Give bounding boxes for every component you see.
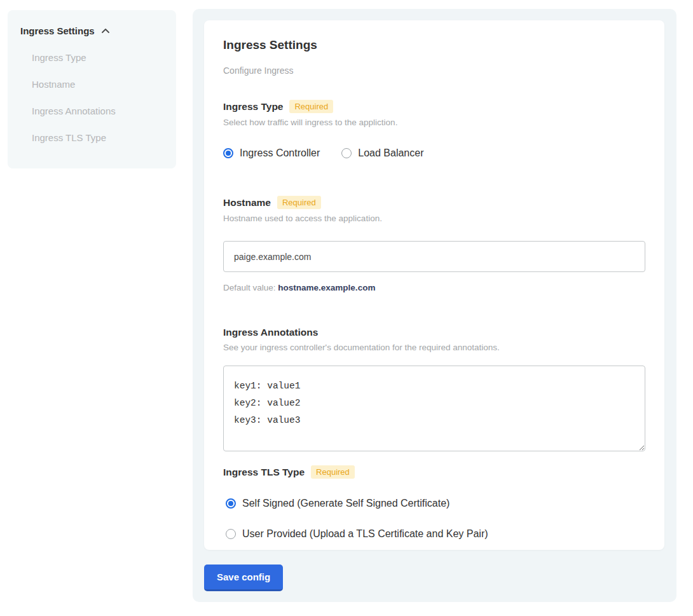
- section-heading-ingress-type: Ingress Type: [223, 101, 283, 113]
- radio-option-self-signed[interactable]: Self Signed (Generate Self Signed Certif…: [226, 498, 645, 509]
- save-config-button[interactable]: Save config: [204, 565, 283, 591]
- required-badge: Required: [277, 196, 321, 209]
- radio-label: Ingress Controller: [240, 147, 320, 159]
- sidebar-group-label: Ingress Settings: [20, 25, 95, 36]
- radio-option-load-balancer[interactable]: Load Balancer: [341, 147, 423, 159]
- hostname-default-value: Default value: hostname.example.com: [223, 283, 645, 292]
- hostname-input[interactable]: [223, 241, 645, 272]
- tls-type-options: Self Signed (Generate Self Signed Certif…: [223, 498, 645, 540]
- radio-option-user-provided[interactable]: User Provided (Upload a TLS Certificate …: [226, 528, 645, 540]
- ingress-settings-card: Ingress Settings Configure Ingress Ingre…: [204, 20, 664, 550]
- config-page: Ingress Settings Ingress Type Hostname I…: [0, 0, 693, 616]
- radio-button-icon[interactable]: [226, 498, 236, 509]
- default-value-text: hostname.example.com: [278, 283, 375, 292]
- help-text-ingress-annotations: See your ingress controller's documentat…: [223, 343, 645, 352]
- radio-button-icon[interactable]: [223, 148, 233, 158]
- sidebar-item-ingress-annotations[interactable]: Ingress Annotations: [20, 106, 163, 116]
- radio-label: Load Balancer: [358, 147, 423, 159]
- required-badge: Required: [289, 100, 333, 113]
- section-ingress-tls-type: Ingress TLS Type Required Self Signed (G…: [223, 465, 645, 540]
- radio-button-icon[interactable]: [341, 148, 352, 158]
- sidebar-item-hostname[interactable]: Hostname: [20, 79, 163, 90]
- ingress-type-options: Ingress Controller Load Balancer: [223, 147, 645, 159]
- ingress-annotations-textarea[interactable]: key1: value1 key2: value2 key3: value3: [223, 366, 645, 451]
- section-heading-hostname: Hostname: [223, 197, 271, 209]
- section-heading-ingress-annotations: Ingress Annotations: [223, 327, 318, 338]
- radio-option-ingress-controller[interactable]: Ingress Controller: [223, 147, 320, 159]
- default-value-label: Default value:: [223, 283, 276, 292]
- page-subtitle: Configure Ingress: [223, 65, 645, 76]
- help-text-hostname: Hostname used to access the application.: [223, 214, 645, 223]
- radio-label: User Provided (Upload a TLS Certificate …: [242, 528, 488, 540]
- radio-label: Self Signed (Generate Self Signed Certif…: [242, 498, 449, 509]
- section-heading-ingress-tls-type: Ingress TLS Type: [223, 467, 305, 478]
- page-title: Ingress Settings: [223, 38, 645, 52]
- sidebar-item-ingress-tls-type[interactable]: Ingress TLS Type: [20, 132, 163, 143]
- section-ingress-type: Ingress Type Required Select how traffic…: [223, 100, 645, 159]
- sidebar-group-ingress-settings[interactable]: Ingress Settings: [20, 25, 163, 36]
- required-badge: Required: [311, 465, 355, 479]
- chevron-up-icon[interactable]: [101, 27, 110, 36]
- config-main-panel: Ingress Settings Configure Ingress Ingre…: [193, 9, 676, 602]
- sidebar-item-ingress-type[interactable]: Ingress Type: [20, 52, 163, 63]
- config-nav-sidebar: Ingress Settings Ingress Type Hostname I…: [8, 10, 176, 168]
- section-hostname: Hostname Required Hostname used to acces…: [223, 196, 645, 292]
- help-text-ingress-type: Select how traffic will ingress to the a…: [223, 118, 645, 127]
- section-ingress-annotations: Ingress Annotations See your ingress con…: [223, 327, 645, 451]
- radio-button-icon[interactable]: [226, 529, 236, 539]
